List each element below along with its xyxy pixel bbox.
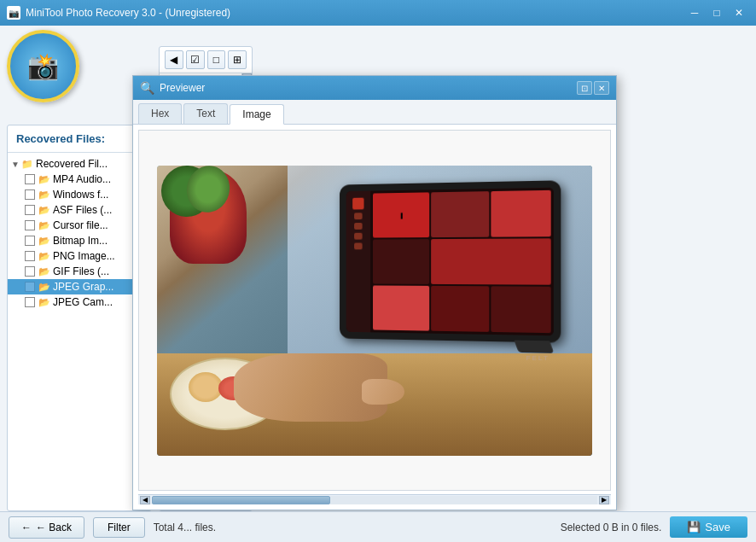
tablet-stand [514, 340, 554, 353]
previewer-titlebar: 🔍 Previewer ⊡ ✕ [133, 76, 616, 100]
window-controls: ─ □ ✕ [684, 4, 749, 21]
main-window: 📸 Recovered Files: ▼ 📁 Recovered Fil... [0, 26, 756, 542]
back-button[interactable]: ← ← Back [9, 516, 84, 539]
tab-text[interactable]: Text [183, 103, 228, 124]
item-checkbox[interactable] [25, 266, 35, 277]
nav-dot [354, 213, 363, 219]
list-item[interactable]: 📂 Bitmap Im... [8, 233, 151, 248]
app-title: MiniTool Photo Recovery 3.0 - (Unregiste… [26, 7, 684, 19]
tree-root-item[interactable]: ▼ 📁 Recovered Fil... [8, 156, 151, 172]
tablet-tile [491, 286, 550, 333]
logo-icon: 📸 [27, 51, 59, 81]
expand-icon: ▼ [11, 160, 20, 169]
check-button[interactable]: ☑ [186, 50, 205, 69]
item-label: JPEG Cam... [53, 296, 113, 308]
tablet-screen: ▐ [346, 187, 554, 335]
logo-area: 📸 [7, 30, 92, 111]
previewer-icon: 🔍 [140, 81, 154, 95]
total-files-text: Total 4... files. [154, 522, 552, 533]
file-tree[interactable]: ▼ 📁 Recovered Fil... 📂 MP4 Audio... 📂 Wi… [8, 153, 151, 510]
back-view-button[interactable]: ◀ [165, 50, 183, 69]
folder-icon: 📂 [38, 205, 50, 216]
tablet-app-sidebar [346, 190, 371, 332]
folder-icon: 📂 [38, 282, 50, 293]
scroll-thumb[interactable] [152, 496, 330, 504]
previewer-restore-button[interactable]: ⊡ [577, 81, 592, 95]
nav-dot [354, 232, 363, 239]
list-item[interactable]: 📂 Windows f... [8, 187, 151, 202]
item-label: Cursor file... [53, 219, 108, 231]
selected-info-text: Selected 0 B in 0 files. [561, 522, 662, 533]
item-label: MP4 Audio... [53, 173, 111, 185]
folder-icon: 📂 [38, 266, 50, 277]
nav-dot [352, 197, 363, 209]
item-checkbox[interactable] [25, 297, 35, 307]
folder-icon: 📂 [38, 297, 50, 308]
nav-dot [354, 223, 363, 230]
item-checkbox[interactable] [25, 220, 35, 230]
tablet-tile [431, 285, 489, 331]
list-item[interactable]: 📂 PNG Image... [8, 248, 151, 264]
save-icon: 💾 [687, 521, 701, 533]
list-item[interactable]: 📂 ASF Files (... [8, 202, 151, 218]
previewer-controls: ⊡ ✕ [577, 81, 609, 95]
bread [189, 372, 223, 402]
item-label-selected: JPEG Grap... [53, 281, 113, 293]
item-label: Bitmap Im... [53, 235, 108, 247]
filter-button[interactable]: Filter [93, 517, 145, 538]
file-tree-panel: Recovered Files: ▼ 📁 Recovered Fil... 📂 … [7, 125, 152, 511]
thumbnail-toolbar: ◀ ☑ □ ⊞ [160, 47, 252, 73]
list-item[interactable]: 📂 Cursor file... [8, 218, 151, 233]
item-label: PNG Image... [53, 250, 115, 262]
list-item[interactable]: 📂 MP4 Audio... [8, 172, 151, 187]
folder-icon: 📂 [38, 189, 50, 201]
scroll-left-arrow[interactable]: ◀ [140, 496, 150, 504]
previewer-image-area: ▐ [138, 130, 611, 491]
item-checkbox[interactable] [25, 205, 35, 215]
app-icon: 📷 [7, 6, 20, 20]
title-bar: 📷 MiniTool Photo Recovery 3.0 - (Unregis… [0, 0, 756, 26]
item-label: GIF Files (... [53, 265, 109, 277]
horizontal-scrollbar[interactable]: ◀ ▶ [138, 494, 611, 504]
previewer-close-button[interactable]: ✕ [594, 81, 609, 95]
item-checkbox[interactable] [25, 174, 35, 184]
list-item[interactable]: 📂 JPEG Grap... [8, 279, 151, 294]
recovered-files-header: Recovered Files: [8, 125, 151, 153]
status-bar: ← ← Back Filter Total 4... files. Select… [0, 511, 756, 542]
minimize-button[interactable]: ─ [684, 4, 705, 21]
tablet-tile [373, 239, 429, 284]
tab-image[interactable]: Image [230, 104, 283, 125]
previewer-tabs: Hex Text Image [133, 100, 616, 125]
back-label: ← Back [36, 522, 72, 533]
tablet-tile [373, 285, 429, 330]
grid-view-button[interactable]: ⊞ [228, 50, 247, 69]
previewer-window: 🔍 Previewer ⊡ ✕ Hex Text Image [132, 75, 617, 510]
folder-icon: 📁 [21, 159, 33, 170]
tablet-tile [431, 191, 489, 237]
folder-icon: 📂 [38, 174, 50, 185]
item-checkbox[interactable] [25, 282, 35, 292]
scroll-right-arrow[interactable]: ▶ [599, 496, 609, 504]
item-label: Windows f... [53, 189, 108, 201]
list-item[interactable]: 📂 GIF Files (... [8, 264, 151, 279]
folder-icon: 📂 [38, 251, 50, 262]
item-label: ASF Files (... [53, 204, 112, 216]
nav-dot [354, 242, 363, 249]
tab-hex[interactable]: Hex [138, 103, 182, 124]
list-item[interactable]: 📂 JPEG Cam... [8, 294, 151, 310]
scroll-track[interactable] [152, 496, 597, 504]
back-icon: ← [21, 522, 32, 533]
tablet-device: ▐ [340, 180, 561, 342]
folder-icon: 📂 [38, 236, 50, 247]
item-checkbox[interactable] [25, 251, 35, 261]
single-view-button[interactable]: □ [207, 50, 226, 69]
maximize-button[interactable]: □ [707, 4, 727, 21]
item-checkbox[interactable] [25, 189, 35, 200]
previewer-title: Previewer [160, 82, 577, 94]
tablet-scene-image: ▐ [157, 166, 592, 456]
save-button[interactable]: 💾 Save [670, 516, 747, 538]
tablet-tile [491, 189, 550, 236]
close-button[interactable]: ✕ [729, 4, 749, 21]
item-checkbox[interactable] [25, 236, 35, 246]
previewer-content: ▐ [133, 125, 616, 510]
